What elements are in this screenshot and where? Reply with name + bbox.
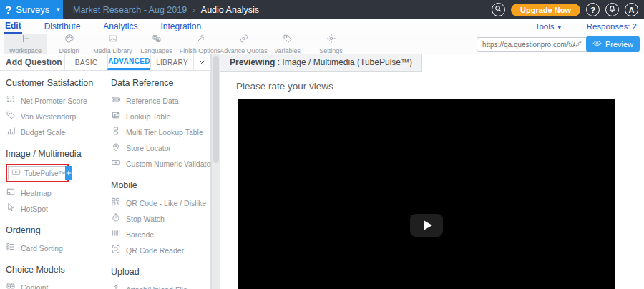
question-type-custom-numeric-validator[interactable]: Custom Numeric Validator [111,156,211,172]
lookup-table-icon [111,110,121,123]
content: Add Question BASICADVANCEDLIBRARY Custom… [0,54,644,289]
section-heading: Image / Multimedia [6,149,104,159]
price-tag-icon [6,110,16,123]
question-type-hotspot[interactable]: HotSpot [6,201,104,217]
breadcrumb-survey-link[interactable]: Market Research - Aug 2019 [73,5,187,15]
question-type-tubepulse[interactable]: TubePulse™ [8,166,67,180]
add-question-type-button[interactable] [65,166,72,180]
question-type-stop-watch[interactable]: Stop Watch [111,211,211,227]
advance-quotas-icon [239,34,249,46]
toolbar-item-workspace[interactable]: Workspace [4,34,47,54]
question-types-right-column: Data ReferenceReference DataLookup Table… [104,71,211,289]
heatmap-icon [6,187,16,200]
custom-numeric-icon [111,157,121,170]
survey-url-input[interactable] [477,41,575,49]
svg-text:1: 1 [6,95,9,99]
question-preview-area: Previewing : Image / Multimedia (TubePul… [220,54,644,289]
question-type-label: QR Code - Like / Dislike [126,199,206,207]
question-type-label: Stop Watch [126,215,165,223]
scrollbar-thumb[interactable] [213,56,219,163]
question-type-multi-tier-lookup-table[interactable]: Multi Tier Lookup Table [111,124,211,140]
question-text: Please rate your views [236,81,644,92]
media-library-icon [108,34,118,46]
question-type-conjoint[interactable]: Conjoint [6,280,104,289]
avatar[interactable]: A [625,3,638,16]
nav-tabs: EditDistributeAnalyticsIntegration [4,19,223,34]
play-button[interactable] [410,214,443,237]
responses-link[interactable]: Responses: 2 [587,22,637,31]
toolbar-item-label: Settings [319,47,343,54]
section-heading: Choice Models [6,265,104,275]
multi-tier-lookup-icon [111,126,121,139]
stopwatch-icon [111,212,121,225]
section-heading: Ordering [6,225,104,235]
question-type-label: Multi Tier Lookup Table [126,128,203,137]
bell-icon [608,5,616,14]
toolbar-item-variables[interactable]: Variables [265,34,309,54]
search-icon [494,5,502,14]
question-type-label: Barcode [126,230,154,239]
toolbar-item-label: Languages [140,47,172,54]
question-type-attach-upload-file[interactable]: Attach/Upload File [111,282,211,289]
upgrade-now-button[interactable]: Upgrade Now [511,4,580,16]
surveys-product-menu[interactable]: ? Surveys ▼ [0,0,63,19]
toolbar-item-label: Advance Quotas [220,47,268,54]
toolbar-item-label: Media Library [93,47,132,54]
nav-right: Tools ▼ Responses: 2 [535,22,637,31]
panel-tab-basic[interactable]: BASIC [64,54,107,70]
nav-tab-edit[interactable]: Edit [4,19,22,34]
question-type-net-promoter-score[interactable]: 15Net Promoter Score [6,93,104,109]
question-type-label: Conjoint [21,283,49,289]
question-type-label: Store Locator [126,144,171,152]
search-button[interactable] [492,3,505,16]
nav-tab-distribute[interactable]: Distribute [44,20,82,33]
question-type-store-locator[interactable]: Store Locator [111,140,211,156]
toolbar-item-label: Finish Options [180,47,221,54]
question-type-label: Custom Numeric Validator [126,160,213,168]
question-type-card-sorting[interactable]: Card Sorting [6,240,104,256]
toolbar-item-design[interactable]: Design [47,34,91,54]
question-type-label: QR Code Reader [126,246,184,255]
panel-tab-library[interactable]: LIBRARY [150,54,193,70]
question-type-budget-scale[interactable]: Budget Scale [6,124,104,140]
question-type-heatmap[interactable]: Heatmap [6,185,104,201]
survey-url-box [477,37,591,52]
store-locator-icon [111,142,121,155]
toolbar-item-finish-options[interactable]: Finish Options [178,34,222,54]
tools-menu[interactable]: Tools ▼ [535,22,562,31]
barcode-icon [111,228,121,241]
toolbar-item-settings[interactable]: Settings [309,34,353,54]
question-type-label: TubePulse™ [24,170,65,177]
nps-icon: 15 [6,94,16,107]
panel-tabs: BASICADVANCEDLIBRARY [64,54,193,70]
question-type-van-westendorp[interactable]: Van Westendorp [6,109,104,124]
questionpro-app: ? Surveys ▼ Market Research - Aug 2019 ›… [0,0,644,289]
help-button[interactable]: ? [586,3,600,16]
question-type-label: Van Westendorp [21,112,76,121]
nav-tab-analytics[interactable]: Analytics [102,20,138,33]
question-type-lookup-table[interactable]: Lookup Table [111,109,211,124]
survey-toolbar: WorkspaceDesignMedia LibraryLanguagesFin… [0,34,644,54]
question-type-qr-code-like-dislike[interactable]: QR Code - Like / Dislike [111,195,211,211]
toolbar-item-media-library[interactable]: Media Library [91,34,135,54]
variables-icon [283,34,293,46]
question-type-label: Heatmap [21,189,52,197]
toolbar-item-languages[interactable]: Languages [135,34,178,54]
question-type-reference-data[interactable]: Reference Data [111,93,211,109]
finish-options-icon [195,34,205,46]
question-type-label: Reference Data [126,97,179,105]
design-icon [64,34,74,46]
panel-scrollbar[interactable] [211,54,220,289]
languages-icon [152,34,162,46]
toolbar-item-advance-quotas[interactable]: Advance Quotas [222,34,265,54]
panel-tab-advanced[interactable]: ADVANCED [107,54,150,70]
breadcrumb-current-page: Audio Analysis [201,5,259,15]
video-player[interactable] [238,99,615,289]
question-type-barcode[interactable]: Barcode [111,227,211,243]
notifications-button[interactable] [605,3,619,16]
close-panel-button[interactable] [193,54,210,70]
preview-button[interactable]: Preview [586,36,640,52]
hotspot-icon [6,202,16,215]
question-type-qr-code-reader[interactable]: QR Code Reader [111,243,211,258]
nav-tab-integration[interactable]: Integration [160,20,202,33]
